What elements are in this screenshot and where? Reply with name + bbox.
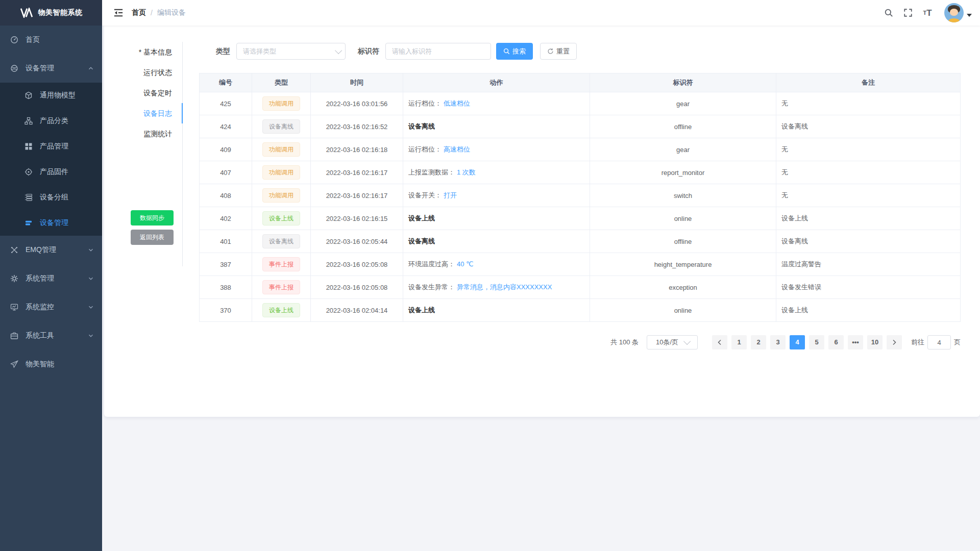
action-link[interactable]: 40 ℃	[457, 260, 474, 268]
table-row: 407功能调用2022-03-16 02:16:17上报监测数据：1 次数rep…	[200, 161, 961, 184]
sidebar-item-label: 产品分类	[40, 116, 94, 126]
identifier-input[interactable]	[385, 43, 491, 60]
sidebar-item-paper-plane[interactable]: 物美智能	[0, 350, 102, 379]
cell-identifier: report_monitor	[590, 161, 776, 184]
page-button-5[interactable]: 5	[809, 335, 824, 349]
cell-identifier: exception	[590, 276, 776, 299]
column-header: 备注	[776, 73, 961, 92]
search-button-label: 搜索	[512, 47, 526, 56]
sidebar-item-toolbox[interactable]: 系统工具	[0, 321, 102, 350]
page-buttons: 123456•••10	[729, 335, 885, 349]
sidebar-item-device-group[interactable]: 设备分组	[0, 185, 102, 210]
cell-identifier: offline	[590, 230, 776, 253]
goto-page-input[interactable]	[927, 335, 951, 349]
sidebar-item-label: 通用物模型	[40, 91, 94, 100]
sidebar-item-label: 产品管理	[40, 142, 94, 151]
caret-down-icon[interactable]	[967, 14, 972, 17]
breadcrumb-current: 编辑设备	[157, 8, 186, 17]
table-row: 401设备离线2022-03-16 02:05:44设备离线offline设备离…	[200, 230, 961, 253]
action-link[interactable]: 打开	[444, 191, 457, 199]
back-to-list-button[interactable]: 返回列表	[131, 230, 174, 245]
avatar-face	[950, 9, 958, 16]
font-size-icon[interactable]: TT	[922, 8, 933, 18]
cell-time: 2022-03-16 02:04:14	[311, 299, 403, 322]
tab-device-timer[interactable]: 设备定时	[104, 83, 182, 103]
fullscreen-icon[interactable]	[903, 8, 913, 18]
hamburger-fold-icon[interactable]	[113, 8, 124, 18]
page-size-select[interactable]: 10条/页	[647, 335, 698, 349]
cell-type: 功能调用	[252, 92, 311, 115]
sidebar-item-device-list[interactable]: 设备管理	[0, 210, 102, 236]
page-button-10[interactable]: 10	[867, 335, 883, 349]
action-text: 设备发生异常：	[408, 283, 455, 291]
chevron-right-icon	[891, 339, 897, 345]
breadcrumb-home[interactable]: 首页	[132, 8, 146, 17]
sidebar-item-category[interactable]: 产品分类	[0, 108, 102, 134]
firmware-icon	[24, 168, 33, 176]
cell-id: 370	[200, 299, 252, 322]
action-link[interactable]: 高速档位	[444, 145, 470, 153]
page-button-6[interactable]: 6	[828, 335, 844, 349]
cell-time: 2022-03-16 02:16:15	[311, 207, 403, 230]
chevron-down-icon	[88, 333, 94, 339]
sidebar-item-settings[interactable]: 系统管理	[0, 264, 102, 293]
page-button-3[interactable]: 3	[770, 335, 786, 349]
page-size-value: 10条/页	[656, 338, 678, 347]
page-button-1[interactable]: 1	[731, 335, 747, 349]
cell-id: 409	[200, 138, 252, 161]
status-tag: 功能调用	[262, 96, 300, 111]
refresh-icon	[547, 48, 554, 55]
next-page-button[interactable]	[887, 335, 902, 349]
toolbox-icon	[10, 332, 18, 340]
cell-id: 424	[200, 115, 252, 138]
cell-time: 2022-03-16 02:05:08	[311, 253, 403, 276]
page-button-2[interactable]: 2	[751, 335, 766, 349]
cell-id: 387	[200, 253, 252, 276]
cell-action: 运行档位：低速档位	[403, 92, 590, 115]
sidebar-item-monitor[interactable]: 系统监控	[0, 293, 102, 321]
action-link[interactable]: 1 次数	[457, 168, 476, 176]
settings-icon	[10, 274, 18, 283]
filter-bar: 类型 请选择类型 标识符 搜索 重置	[216, 43, 961, 60]
sidebar-item-device-manage[interactable]: 设备管理	[0, 54, 102, 83]
page-button-4[interactable]: 4	[790, 335, 805, 349]
identifier-label: 标识符	[358, 47, 379, 56]
cell-id: 388	[200, 276, 252, 299]
breadcrumb: 首页 / 编辑设备	[132, 8, 186, 17]
status-tag: 事件上报	[262, 257, 300, 271]
search-button[interactable]: 搜索	[496, 43, 533, 60]
action-link[interactable]: 低速档位	[444, 99, 470, 107]
cell-time: 2022-03-16 02:16:52	[311, 115, 403, 138]
tab-run-status[interactable]: 运行状态	[104, 62, 182, 83]
status-tag: 设备离线	[262, 119, 300, 134]
type-select[interactable]: 请选择类型	[236, 43, 346, 60]
cell-time: 2022-03-16 02:16:17	[311, 184, 403, 207]
reset-button[interactable]: 重置	[540, 43, 577, 60]
table-header-row: 编号类型时间动作标识符备注	[200, 73, 961, 92]
status-tag: 功能调用	[262, 142, 300, 157]
cell-id: 408	[200, 184, 252, 207]
sidebar-item-product-grid[interactable]: 产品管理	[0, 134, 102, 159]
action-link[interactable]: 异常消息，消息内容XXXXXXXX	[457, 283, 552, 291]
tab-device-log[interactable]: 设备日志	[104, 103, 182, 123]
goto-label: 前往	[911, 338, 924, 347]
cell-action: 设备开关：打开	[403, 184, 590, 207]
page-ellipsis-button[interactable]: •••	[848, 335, 863, 349]
sidebar-menu: 首页设备管理通用物模型产品分类产品管理产品固件设备分组设备管理EMQ管理系统管理…	[0, 26, 102, 379]
logo-icon	[20, 8, 33, 18]
avatar[interactable]	[944, 3, 964, 22]
sidebar-item-label: 设备分组	[40, 193, 94, 202]
sidebar-item-firmware[interactable]: 产品固件	[0, 159, 102, 185]
sidebar-item-dashboard[interactable]: 首页	[0, 26, 102, 54]
sidebar-item-emq[interactable]: EMQ管理	[0, 236, 102, 264]
navbar-tools: TT	[879, 3, 972, 22]
tab-basic-info[interactable]: * 基本信息	[104, 42, 182, 62]
tab-monitor-stats[interactable]: 监测统计	[104, 123, 182, 144]
cell-type: 设备离线	[252, 230, 311, 253]
sidebar-item-thing-model[interactable]: 通用物模型	[0, 83, 102, 108]
prev-page-button[interactable]	[712, 335, 727, 349]
app-logo[interactable]: 物美智能系统	[0, 0, 102, 26]
data-sync-button[interactable]: 数据同步	[131, 210, 174, 226]
search-icon[interactable]	[884, 8, 894, 18]
dashboard-icon	[10, 36, 18, 44]
